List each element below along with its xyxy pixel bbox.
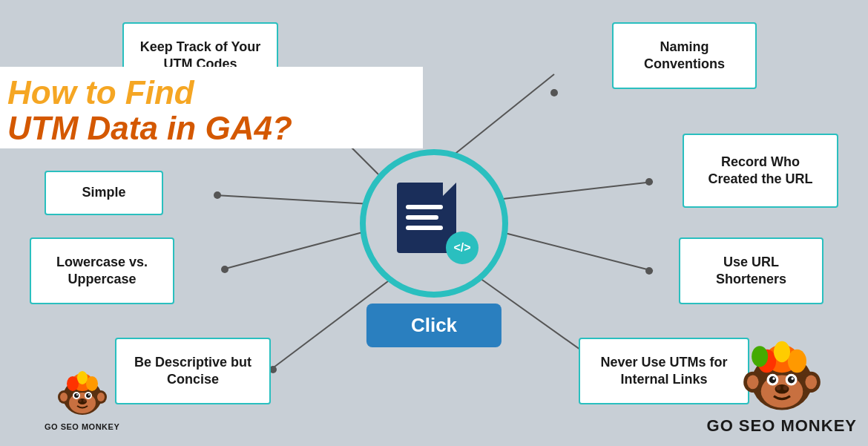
svg-point-25 <box>77 371 88 384</box>
box-lowercase: Lowercase vs. Uppercase <box>30 237 174 304</box>
monkey-icon-left <box>56 367 108 419</box>
brand-logo-right: GO SEO MONKEY <box>707 335 857 435</box>
svg-point-30 <box>76 394 78 396</box>
svg-point-38 <box>747 375 759 389</box>
svg-point-5 <box>645 267 653 275</box>
box-record-who: Record Who Created the URL <box>683 134 838 208</box>
box-naming-conventions: Naming Conventions <box>612 22 757 89</box>
brand-logo-left: GO SEO MONKEY <box>45 367 119 431</box>
svg-point-44 <box>774 341 790 362</box>
svg-line-10 <box>215 195 371 204</box>
svg-point-20 <box>97 393 105 401</box>
svg-point-49 <box>788 376 795 383</box>
svg-point-39 <box>805 375 817 389</box>
box-url-shorteners: Use URL Shorteners <box>679 237 823 304</box>
click-button[interactable]: Click <box>366 304 502 347</box>
doc-line <box>406 226 443 230</box>
svg-point-31 <box>88 394 90 396</box>
svg-line-2 <box>490 182 653 200</box>
svg-point-11 <box>214 191 221 199</box>
doc-line <box>406 215 438 220</box>
doc-corner <box>443 183 456 196</box>
svg-point-43 <box>788 350 806 373</box>
center-icon-circle: </> <box>360 149 508 298</box>
svg-point-28 <box>74 393 79 398</box>
doc-lines <box>406 205 443 230</box>
svg-point-48 <box>769 376 775 383</box>
svg-point-24 <box>86 376 98 391</box>
svg-point-50 <box>772 377 775 379</box>
svg-point-54 <box>783 385 787 390</box>
svg-point-29 <box>86 393 91 398</box>
svg-line-4 <box>493 230 653 271</box>
svg-point-1 <box>550 89 558 96</box>
monkey-icon-right <box>741 335 823 417</box>
svg-line-12 <box>223 230 371 269</box>
svg-point-13 <box>221 266 228 273</box>
svg-point-23 <box>67 376 79 391</box>
svg-point-51 <box>791 377 793 379</box>
svg-point-34 <box>83 399 86 402</box>
brand-label-right: GO SEO MONKEY <box>707 417 857 435</box>
doc-line <box>406 205 443 209</box>
main-container: </> Click Naming Conventions Record Who … <box>0 0 868 446</box>
svg-point-19 <box>60 393 68 401</box>
svg-point-53 <box>776 385 780 390</box>
box-simple: Simple <box>45 171 163 215</box>
title-line2: UTM Data in GA4? <box>7 110 292 147</box>
brand-label-left: GO SEO MONKEY <box>45 422 119 431</box>
title-line1: How to Find <box>7 74 194 111</box>
svg-point-45 <box>752 346 768 367</box>
svg-point-3 <box>645 178 653 186</box>
document-icon: </> <box>397 183 471 264</box>
svg-point-33 <box>79 399 82 402</box>
box-descriptive: Be Descriptive but Concise <box>115 338 271 404</box>
code-badge: </> <box>446 232 479 264</box>
